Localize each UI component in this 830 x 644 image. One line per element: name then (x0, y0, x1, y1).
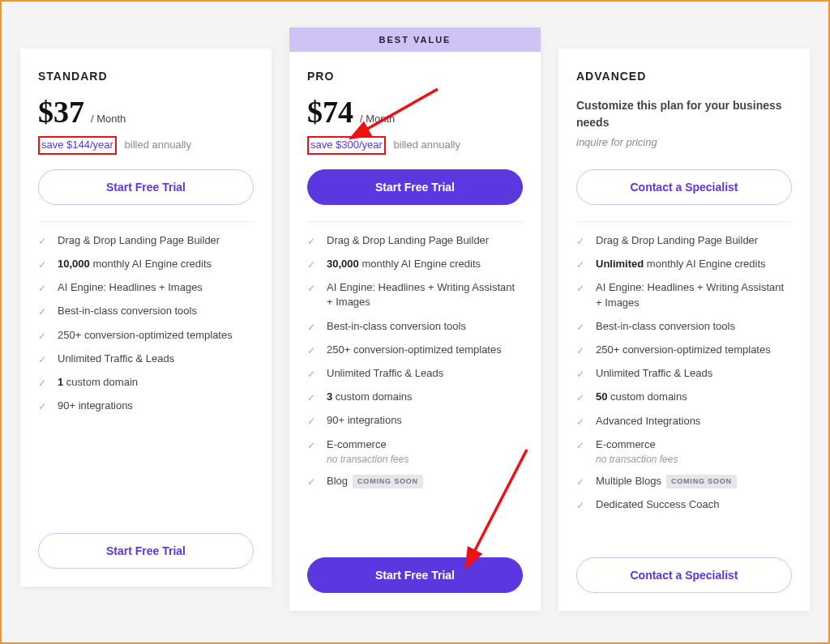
feature-text: Drag & Drop Landing Page Builder (58, 233, 254, 248)
feature-text: Best-in-class conversion tools (596, 319, 792, 334)
check-icon: ✓ (576, 233, 588, 248)
feature-item: ✓Unlimited Traffic & Leads (38, 352, 254, 366)
check-icon: ✓ (307, 257, 319, 271)
feature-item: ✓Drag & Drop Landing Page Builder (576, 233, 792, 248)
plan-per: / Month (91, 113, 126, 125)
plan-name: PRO (307, 70, 523, 83)
start-trial-button[interactable]: Start Free Trial (307, 169, 523, 205)
plan-card-advanced: ADVANCED Customize this plan for your bu… (558, 49, 810, 611)
feature-item: ✓Best-in-class conversion tools (576, 319, 792, 334)
save-row: save $300/year billed annually (307, 136, 523, 155)
feature-item: ✓Advanced Integrations (576, 414, 792, 429)
feature-text: Drag & Drop Landing Page Builder (327, 233, 523, 248)
coming-soon-badge: COMING SOON (666, 475, 737, 488)
feature-item: ✓1 custom domain (38, 375, 254, 390)
feature-text: 10,000 monthly AI Engine credits (58, 257, 254, 271)
feature-item: ✓250+ conversion-optimized templates (576, 343, 792, 357)
feature-item: ✓E-commerceno transaction fees (576, 437, 792, 465)
check-icon: ✓ (576, 390, 588, 404)
feature-item: ✓250+ conversion-optimized templates (307, 343, 523, 357)
save-amount: save $300/year (307, 136, 386, 155)
contact-specialist-button-bottom[interactable]: Contact a Specialist (576, 557, 792, 593)
feature-subtext: no transaction fees (327, 454, 523, 465)
inquire-pricing: inquire for pricing (576, 136, 792, 148)
feature-text: BlogCOMING SOON (327, 474, 523, 488)
check-icon: ✓ (576, 343, 588, 357)
check-icon: ✓ (576, 414, 588, 429)
check-icon: ✓ (38, 328, 49, 343)
check-icon: ✓ (38, 304, 49, 318)
feature-list: ✓Drag & Drop Landing Page Builder✓10,000… (38, 233, 254, 414)
check-icon: ✓ (38, 375, 49, 390)
check-icon: ✓ (576, 280, 588, 295)
pricing-cards: STANDARD $37 / Month save $144/year bill… (0, 0, 830, 630)
feature-item: ✓Unlimited monthly AI Engine credits (576, 257, 792, 271)
check-icon: ✓ (307, 366, 319, 381)
check-icon: ✓ (576, 366, 588, 381)
feature-item: ✓Unlimited Traffic & Leads (576, 366, 792, 381)
plan-name: STANDARD (38, 70, 254, 83)
check-icon: ✓ (38, 233, 49, 248)
feature-item: ✓AI Engine: Headlines + Writing Assistan… (307, 280, 523, 309)
feature-text: 90+ integrations (327, 413, 523, 428)
feature-item: ✓50 custom domains (576, 390, 792, 404)
divider (307, 221, 523, 222)
feature-item: ✓10,000 monthly AI Engine credits (38, 257, 254, 271)
feature-item: ✓Best-in-class conversion tools (307, 319, 523, 334)
contact-specialist-button[interactable]: Contact a Specialist (576, 169, 792, 205)
check-icon: ✓ (307, 319, 319, 334)
feature-item: ✓E-commerceno transaction fees (307, 437, 523, 465)
feature-text: Best-in-class conversion tools (327, 319, 523, 334)
price-row: $37 / Month (38, 94, 254, 130)
feature-text: Unlimited Traffic & Leads (58, 352, 254, 366)
check-icon: ✓ (38, 352, 49, 366)
feature-text: Dedicated Success Coach (596, 497, 792, 512)
feature-text: AI Engine: Headlines + Writing Assistant… (596, 280, 792, 309)
feature-text: E-commerce (327, 437, 523, 452)
feature-item: ✓AI Engine: Headlines + Images (38, 280, 254, 295)
billed-label: billed annually (394, 139, 460, 151)
feature-text: 90+ integrations (58, 399, 254, 413)
feature-item: ✓3 custom domains (307, 390, 523, 404)
check-icon: ✓ (576, 497, 588, 512)
start-trial-button-bottom[interactable]: Start Free Trial (38, 533, 254, 569)
check-icon: ✓ (38, 399, 49, 413)
price-row: $74 / Month (307, 94, 523, 130)
feature-text: 50 custom domains (596, 390, 792, 404)
feature-text: AI Engine: Headlines + Images (58, 280, 254, 295)
customize-text: Customize this plan for your business ne… (576, 97, 792, 131)
billed-label: billed annually (125, 139, 191, 151)
feature-text: Unlimited monthly AI Engine credits (596, 257, 792, 271)
feature-item: ✓250+ conversion-optimized templates (38, 328, 254, 343)
check-icon: ✓ (307, 343, 319, 357)
plan-per: / Month (360, 113, 395, 125)
divider (576, 221, 792, 222)
feature-item: ✓Drag & Drop Landing Page Builder (38, 233, 254, 248)
feature-item: ✓Unlimited Traffic & Leads (307, 366, 523, 381)
check-icon: ✓ (38, 280, 49, 295)
check-icon: ✓ (307, 280, 319, 295)
check-icon: ✓ (307, 437, 319, 452)
start-trial-button-bottom[interactable]: Start Free Trial (307, 557, 523, 593)
feature-item: ✓90+ integrations (38, 399, 254, 413)
feature-text: 250+ conversion-optimized templates (596, 343, 792, 357)
plan-card-standard: STANDARD $37 / Month save $144/year bill… (20, 49, 272, 586)
feature-item: ✓Multiple BlogsCOMING SOON (576, 474, 792, 488)
plan-price: $74 (307, 94, 353, 130)
feature-item: ✓AI Engine: Headlines + Writing Assistan… (576, 280, 792, 309)
check-icon: ✓ (576, 319, 588, 334)
feature-item: ✓BlogCOMING SOON (307, 474, 523, 488)
feature-list: ✓Drag & Drop Landing Page Builder✓30,000… (307, 233, 523, 488)
check-icon: ✓ (576, 257, 588, 271)
check-icon: ✓ (576, 437, 588, 452)
plan-name: ADVANCED (576, 70, 792, 83)
feature-item: ✓30,000 monthly AI Engine credits (307, 257, 523, 271)
feature-text: Drag & Drop Landing Page Builder (596, 233, 792, 248)
feature-subtext: no transaction fees (596, 454, 792, 465)
feature-text: 3 custom domains (327, 390, 523, 404)
feature-item: ✓Drag & Drop Landing Page Builder (307, 233, 523, 248)
feature-item: ✓90+ integrations (307, 413, 523, 428)
feature-text: Best-in-class conversion tools (58, 304, 254, 318)
start-trial-button[interactable]: Start Free Trial (38, 169, 254, 205)
check-icon: ✓ (307, 413, 319, 428)
